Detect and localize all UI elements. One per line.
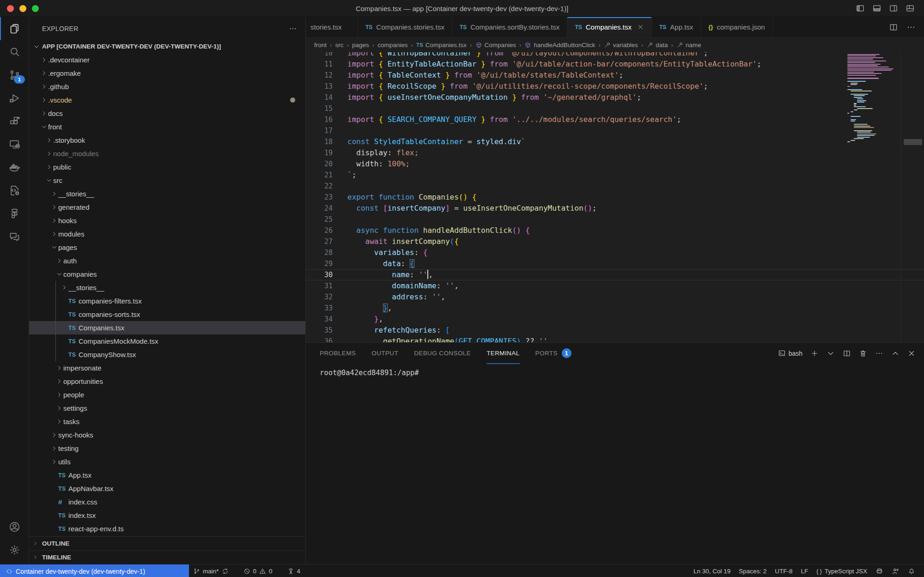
- breadcrumb-item-variables[interactable]: variables: [604, 42, 638, 49]
- copilot-status[interactable]: [871, 565, 888, 577]
- encoding-status[interactable]: UTF-8: [771, 565, 796, 577]
- code-line-17[interactable]: 17: [306, 125, 924, 136]
- close-icon[interactable]: [907, 349, 916, 358]
- editor-tab-app-tsx[interactable]: TSApp.tsx: [652, 17, 701, 37]
- toggle-sidebar-icon[interactable]: [856, 4, 865, 13]
- tree-item-companyshow-tsx[interactable]: TSCompanyShow.tsx: [29, 348, 305, 361]
- code-line-35[interactable]: 35 refetchQueries: [: [306, 325, 924, 336]
- code-line-15[interactable]: 15: [306, 103, 924, 114]
- editor-tab-stories-tsx[interactable]: stories.tsx: [306, 17, 358, 37]
- code-line-25[interactable]: 25: [306, 214, 924, 225]
- language-mode-status[interactable]: { } TypeScript JSX: [812, 565, 871, 577]
- tree-item--stories-[interactable]: __stories__: [29, 281, 305, 294]
- code-line-22[interactable]: 22: [306, 181, 924, 192]
- tree-item-opportunities[interactable]: opportunities: [29, 375, 305, 388]
- code-line-33[interactable]: 33 },: [306, 303, 924, 314]
- code-line-10[interactable]: 10import { WithTopBarContainer } from '@…: [306, 52, 924, 59]
- breadcrumb-item-pages[interactable]: pages: [352, 42, 369, 49]
- comments-icon[interactable]: [0, 225, 29, 248]
- outline-section[interactable]: OUTLINE: [29, 536, 305, 550]
- notifications-button[interactable]: [904, 565, 919, 577]
- code-line-19[interactable]: 19 display: flex;: [306, 147, 924, 158]
- code-line-36[interactable]: 36 getOperationName(GET_COMPANIES) ?? ''…: [306, 336, 924, 342]
- tree-item-pages[interactable]: pages: [29, 241, 305, 254]
- toggle-panel-icon[interactable]: [872, 4, 881, 13]
- run-debug-icon[interactable]: [0, 86, 29, 109]
- docker-icon[interactable]: [0, 156, 29, 179]
- remote-indicator[interactable]: Container dev-twenty-dev (dev-twenty-dev…: [0, 565, 189, 577]
- terminal-content[interactable]: root@0a42ecd84891:/app#: [306, 364, 924, 564]
- tab-ports[interactable]: PORTS 1: [535, 343, 571, 364]
- scrollbar-thumb[interactable]: [904, 139, 922, 145]
- tree-item--devcontainer[interactable]: .devcontainer: [29, 53, 305, 67]
- breadcrumb-item-data[interactable]: data: [646, 42, 668, 49]
- problems-status[interactable]: 0 0: [239, 565, 277, 577]
- code-line-29[interactable]: 29 data: {: [306, 258, 924, 269]
- trash-icon[interactable]: [859, 349, 867, 358]
- code-line-11[interactable]: 11import { EntityTableActionBar } from '…: [306, 59, 924, 70]
- split-terminal-icon[interactable]: [843, 349, 851, 358]
- tab-problems[interactable]: PROBLEMS: [320, 343, 356, 364]
- account-icon[interactable]: [0, 515, 29, 538]
- extensions-icon[interactable]: [0, 109, 29, 133]
- breadcrumb-item-name[interactable]: name: [676, 42, 701, 49]
- tree-item-modules[interactable]: modules: [29, 227, 305, 241]
- tree-item-testing[interactable]: testing: [29, 442, 305, 455]
- tree-item-utils[interactable]: utils: [29, 455, 305, 468]
- breadcrumb-item-handleaddbuttonclick[interactable]: handleAddButtonClick: [524, 42, 595, 49]
- code-line-12[interactable]: 12import { TableContext } from '@/ui/tab…: [306, 70, 924, 81]
- editor-tab-companies-json[interactable]: {}companies.json: [701, 17, 772, 37]
- code-line-27[interactable]: 27 await insertCompany({: [306, 236, 924, 247]
- tab-output[interactable]: OUTPUT: [371, 343, 398, 364]
- tree-item-public[interactable]: public: [29, 160, 305, 174]
- breadcrumb-item-companies[interactable]: Companies: [475, 42, 516, 49]
- tree-item-hooks[interactable]: hooks: [29, 214, 305, 227]
- figma-icon[interactable]: [0, 202, 29, 225]
- tree-item--github[interactable]: .github: [29, 80, 305, 93]
- remote-explorer-icon[interactable]: [0, 133, 29, 156]
- editor-tab-companies-stories-tsx[interactable]: TSCompanies.stories.tsx: [358, 17, 452, 37]
- tree-item-node-modules[interactable]: node_modules: [29, 147, 305, 160]
- plus-icon[interactable]: [810, 349, 819, 358]
- code-editor[interactable]: 10import { WithTopBarContainer } from '@…: [306, 52, 924, 342]
- eol-status[interactable]: LF: [797, 565, 813, 577]
- shell-selector[interactable]: bash: [778, 349, 802, 357]
- search-icon[interactable]: [0, 40, 29, 63]
- breadcrumb-item-src[interactable]: src: [335, 42, 344, 49]
- breadcrumb-item-companies[interactable]: companies: [377, 42, 407, 49]
- source-control-icon[interactable]: 1: [0, 63, 29, 86]
- zoom-window-button[interactable]: [32, 5, 39, 12]
- tree-item-react-app-env-d-ts[interactable]: TSreact-app-env.d.ts: [29, 522, 305, 535]
- tree-item-front[interactable]: front: [29, 120, 305, 134]
- chevron-down-icon[interactable]: [827, 349, 835, 358]
- chevron-up-icon[interactable]: [891, 349, 900, 358]
- tree-item--ergomake[interactable]: .ergomake: [29, 67, 305, 80]
- code-line-30[interactable]: 30 name: '',: [306, 269, 924, 280]
- tree-item-companiesmockmode-tsx[interactable]: TSCompaniesMockMode.tsx: [29, 334, 305, 348]
- code-line-13[interactable]: 13import { RecoilScope } from '@/ui/util…: [306, 81, 924, 92]
- tree-item-src[interactable]: src: [29, 174, 305, 187]
- code-line-18[interactable]: 18const StyledTableContainer = styled.di…: [306, 136, 924, 147]
- tree-item-sync-hooks[interactable]: sync-hooks: [29, 428, 305, 442]
- tree-item-people[interactable]: people: [29, 388, 305, 401]
- split-editor-icon[interactable]: [889, 23, 898, 32]
- tree-item-docs[interactable]: docs: [29, 107, 305, 120]
- settings-gear-icon[interactable]: [0, 538, 29, 561]
- tree-item-auth[interactable]: auth: [29, 254, 305, 267]
- more-actions-icon[interactable]: [906, 23, 916, 32]
- forwarded-ports-status[interactable]: 4: [283, 565, 305, 577]
- toggle-secondary-sidebar-icon[interactable]: [889, 4, 898, 13]
- tab-debug-console[interactable]: DEBUG CONSOLE: [414, 343, 471, 364]
- tree-item--stories-[interactable]: __stories__: [29, 187, 305, 200]
- tree-item-settings[interactable]: settings: [29, 401, 305, 415]
- git-branch-status[interactable]: main*: [189, 565, 233, 577]
- tree-item--vscode[interactable]: .vscode: [29, 93, 305, 107]
- code-line-26[interactable]: 26 async function handleAddButtonClick()…: [306, 225, 924, 236]
- tree-item-index-tsx[interactable]: TSindex.tsx: [29, 509, 305, 522]
- code-line-24[interactable]: 24 const [insertCompany] = useInsertOneC…: [306, 203, 924, 214]
- minimize-window-button[interactable]: [19, 5, 26, 12]
- code-line-34[interactable]: 34 },: [306, 314, 924, 325]
- close-icon[interactable]: [637, 24, 644, 30]
- tab-terminal[interactable]: TERMINAL: [486, 343, 519, 364]
- customize-layout-icon[interactable]: [906, 4, 915, 13]
